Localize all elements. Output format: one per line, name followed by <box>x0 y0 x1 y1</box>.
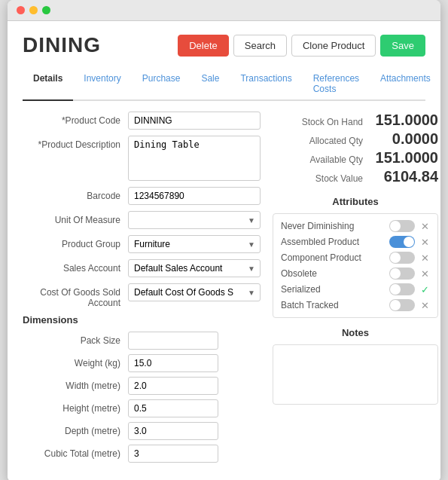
sales-account-select[interactable]: Default Sales Account <box>128 259 261 277</box>
height-label: Height (metre) <box>23 403 128 414</box>
stock-on-hand-label: Stock On Hand <box>302 117 363 127</box>
maximize-dot[interactable] <box>42 6 50 14</box>
cost-of-goods-select[interactable]: Default Cost Of Goods S <box>128 283 261 301</box>
serialized-controls: ✓ <box>389 283 430 295</box>
product-code-input[interactable] <box>128 112 261 130</box>
save-button[interactable]: Save <box>380 35 425 57</box>
clone-product-button[interactable]: Clone Product <box>291 35 376 57</box>
never-diminishing-icon: ✕ <box>419 221 430 232</box>
header-buttons: Delete Search Clone Product Save <box>178 35 425 57</box>
dimensions-title: Dimensions <box>23 314 261 326</box>
weight-group: Weight (kg) <box>23 354 261 372</box>
component-product-label: Component Product <box>281 252 361 263</box>
obsolete-toggle[interactable] <box>389 268 415 280</box>
stats-section: Stock On Hand 151.0000 Allocated Qty 0.0… <box>273 112 438 185</box>
height-input[interactable] <box>128 399 218 417</box>
depth-label: Depth (metre) <box>23 426 128 436</box>
stat-row-stock-value: Stock Value 6104.84 <box>273 168 438 185</box>
sales-account-label: Sales Account <box>23 259 128 274</box>
attr-row-obsolete: Obsolete ✕ <box>281 268 430 280</box>
tab-details[interactable]: Details <box>23 68 73 101</box>
unit-of-measure-select-wrapper: ▼ <box>128 211 261 229</box>
stock-on-hand-value: 151.0000 <box>370 112 438 129</box>
left-column: *Product Code *Product Description Dinin… <box>23 112 261 467</box>
assembled-product-label: Assembled Product <box>281 237 359 247</box>
attr-row-assembled-product: Assembled Product ✕ <box>281 236 430 248</box>
unit-of-measure-select[interactable] <box>128 211 261 229</box>
obsolete-controls: ✕ <box>389 268 430 280</box>
attr-row-serialized: Serialized ✓ <box>281 283 430 295</box>
sales-account-group: Sales Account Default Sales Account ▼ <box>23 259 261 277</box>
tabs-bar: Details Inventory Purchase Sale Transact… <box>23 68 425 101</box>
batch-tracked-controls: ✕ <box>389 299 430 311</box>
weight-input[interactable] <box>128 354 218 372</box>
batch-tracked-icon: ✕ <box>419 300 430 311</box>
component-product-toggle[interactable] <box>389 252 415 264</box>
allocated-qty-label: Allocated Qty <box>309 136 363 146</box>
never-diminishing-label: Never Diminishing <box>281 221 354 231</box>
stat-row-stock-on-hand: Stock On Hand 151.0000 <box>273 112 438 129</box>
minimize-dot[interactable] <box>29 6 38 14</box>
tab-purchase[interactable]: Purchase <box>132 68 191 101</box>
product-code-group: *Product Code <box>23 112 261 130</box>
main-window: DINING Delete Search Clone Product Save … <box>8 0 440 480</box>
stock-value-value: 6104.84 <box>370 168 438 185</box>
unit-of-measure-label: Unit Of Measure <box>23 211 128 225</box>
notes-box[interactable] <box>273 344 438 405</box>
search-button[interactable]: Search <box>233 35 287 57</box>
assembled-product-controls: ✕ <box>389 236 430 248</box>
never-diminishing-controls: ✕ <box>389 220 430 232</box>
stock-value-label: Stock Value <box>315 173 363 184</box>
tab-inventory[interactable]: Inventory <box>73 68 131 101</box>
tab-references-costs[interactable]: References Costs <box>303 68 370 101</box>
product-description-group: *Product Description Dining Table <box>23 136 261 181</box>
close-dot[interactable] <box>17 6 25 14</box>
serialized-toggle[interactable] <box>389 283 415 295</box>
cost-of-goods-select-wrapper: Default Cost Of Goods S ▼ <box>128 283 261 301</box>
assembled-product-toggle[interactable] <box>389 236 415 248</box>
attr-row-never-diminishing: Never Diminishing ✕ <box>281 220 430 232</box>
barcode-label: Barcode <box>23 187 128 201</box>
stat-row-available-qty: Available Qty 151.0000 <box>273 149 438 167</box>
batch-tracked-label: Batch Tracked <box>281 300 339 310</box>
serialized-icon: ✓ <box>419 284 430 295</box>
allocated-qty-value: 0.0000 <box>370 130 438 148</box>
cubic-total-label: Cubic Total (metre) <box>23 448 128 459</box>
weight-label: Weight (kg) <box>23 358 128 368</box>
cubic-total-input[interactable] <box>128 445 218 463</box>
product-description-label: *Product Description <box>23 136 128 150</box>
pack-size-group: Pack Size <box>23 332 261 350</box>
depth-input[interactable] <box>128 422 218 440</box>
title-bar <box>8 0 440 21</box>
attributes-box: Never Diminishing ✕ Assembled Product ✕ <box>273 213 438 318</box>
batch-tracked-toggle[interactable] <box>389 299 415 311</box>
width-label: Width (metre) <box>23 381 128 391</box>
obsolete-icon: ✕ <box>419 268 430 280</box>
tab-sale[interactable]: Sale <box>190 68 230 101</box>
main-content: DINING Delete Search Clone Product Save … <box>8 21 440 480</box>
product-group-select[interactable]: Furniture <box>128 235 261 253</box>
product-description-input[interactable]: Dining Table <box>128 136 261 181</box>
never-diminishing-toggle[interactable] <box>389 220 415 232</box>
right-column: Stock On Hand 151.0000 Allocated Qty 0.0… <box>273 112 438 467</box>
depth-group: Depth (metre) <box>23 422 261 440</box>
cubic-total-group: Cubic Total (metre) <box>23 445 261 463</box>
available-qty-label: Available Qty <box>310 154 363 165</box>
unit-of-measure-group: Unit Of Measure ▼ <box>23 211 261 229</box>
width-input[interactable] <box>128 377 218 395</box>
barcode-input[interactable] <box>128 187 261 205</box>
attr-row-batch-tracked: Batch Tracked ✕ <box>281 299 430 311</box>
pack-size-label: Pack Size <box>23 335 128 346</box>
two-col-layout: *Product Code *Product Description Dinin… <box>23 112 425 467</box>
height-group: Height (metre) <box>23 399 261 417</box>
product-code-label: *Product Code <box>23 112 128 126</box>
delete-button[interactable]: Delete <box>178 35 229 57</box>
tab-transactions[interactable]: Transactions <box>230 68 302 101</box>
obsolete-label: Obsolete <box>281 268 317 279</box>
pack-size-input[interactable] <box>128 332 218 350</box>
barcode-group: Barcode <box>23 187 261 205</box>
product-title: DINING <box>23 33 101 57</box>
tab-attachments[interactable]: Attachments <box>370 68 440 101</box>
sales-account-select-wrapper: Default Sales Account ▼ <box>128 259 261 277</box>
width-group: Width (metre) <box>23 377 261 395</box>
